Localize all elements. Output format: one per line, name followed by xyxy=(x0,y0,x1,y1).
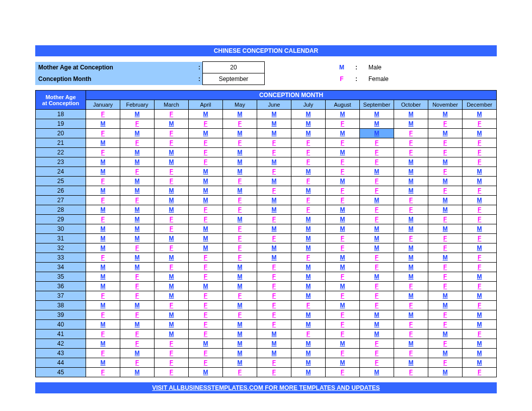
age-header: 18 xyxy=(36,110,86,119)
gender-cell: M xyxy=(155,282,189,291)
gender-cell: M xyxy=(326,148,360,157)
gender-cell: F xyxy=(326,157,360,167)
age-header: 28 xyxy=(36,205,86,215)
gender-cell: F xyxy=(257,215,291,224)
gender-cell: F xyxy=(291,138,326,148)
gender-cell: F xyxy=(394,349,428,358)
gender-cell: M xyxy=(257,110,291,119)
gender-cell: F xyxy=(291,157,326,167)
gender-cell: M xyxy=(326,177,360,186)
gender-cell: M xyxy=(189,224,223,234)
gender-cell: M xyxy=(223,157,257,167)
gender-cell: F xyxy=(428,272,463,282)
table-row: 37FFMFFFMFFMMM xyxy=(36,291,497,301)
table-row: 21MFFFFFFFFFFF xyxy=(36,138,497,148)
legend-f-key: F xyxy=(331,73,352,85)
month-input[interactable]: September xyxy=(203,73,265,85)
gender-cell: F xyxy=(326,138,360,148)
gender-cell: F xyxy=(428,234,463,243)
gender-cell: M xyxy=(86,243,120,253)
title-bar: CHINESE CONCEPTION CALENDAR xyxy=(35,45,497,56)
gender-cell: F xyxy=(463,148,497,157)
age-header: 36 xyxy=(36,282,86,291)
gender-cell: M xyxy=(360,320,394,330)
gender-cell: M xyxy=(120,205,155,215)
gender-cell: M xyxy=(189,339,223,349)
gender-cell: F xyxy=(86,148,120,157)
gender-cell: F xyxy=(463,368,497,377)
gender-cell: M xyxy=(291,310,326,320)
gender-cell: M xyxy=(223,349,257,358)
gender-cell: M xyxy=(463,310,497,320)
gender-cell: M xyxy=(223,330,257,339)
gender-cell: M xyxy=(394,253,428,263)
gender-cell: F xyxy=(291,196,326,205)
gender-cell: F xyxy=(155,224,189,234)
gender-cell: F xyxy=(291,148,326,157)
gender-cell: F xyxy=(189,215,223,224)
gender-cell: M xyxy=(291,167,326,177)
gender-cell: F xyxy=(428,320,463,330)
gender-cell: M xyxy=(394,224,428,234)
gender-cell: M xyxy=(360,119,394,129)
gender-cell: M xyxy=(428,129,463,138)
gender-cell: F xyxy=(257,138,291,148)
gender-cell: F xyxy=(257,234,291,243)
month-label: Conception Month xyxy=(35,73,192,85)
gender-cell: M xyxy=(360,129,394,138)
age-header: 25 xyxy=(36,177,86,186)
gender-cell: M xyxy=(463,224,497,234)
gender-cell: M xyxy=(155,253,189,263)
gender-cell: M xyxy=(326,339,360,349)
gender-cell: M xyxy=(463,272,497,282)
gender-cell: F xyxy=(326,243,360,253)
gender-cell: F xyxy=(463,253,497,263)
gender-cell: F xyxy=(120,358,155,368)
gender-cell: M xyxy=(394,186,428,196)
age-input[interactable]: 20 xyxy=(203,62,265,73)
gender-cell: F xyxy=(189,205,223,215)
gender-cell: M xyxy=(463,349,497,358)
age-header: 44 xyxy=(36,358,86,368)
gender-cell: M xyxy=(86,282,120,291)
gender-cell: F xyxy=(428,339,463,349)
gender-cell: M xyxy=(394,243,428,253)
legend-m-text: Male xyxy=(365,62,497,73)
gender-cell: M xyxy=(463,339,497,349)
month-header: March xyxy=(155,100,189,110)
gender-cell: M xyxy=(120,234,155,243)
table-row: 29FMFFMFMMFMFF xyxy=(36,215,497,224)
gender-cell: M xyxy=(189,282,223,291)
gender-cell: F xyxy=(326,196,360,205)
gender-cell: M xyxy=(291,243,326,253)
corner-l1: Mother Age xyxy=(45,94,75,100)
table-row: 33FMMFFMFMFMMF xyxy=(36,253,497,263)
gender-cell: F xyxy=(257,167,291,177)
gender-cell: M xyxy=(291,368,326,377)
gender-cell: F xyxy=(291,330,326,339)
gender-cell: F xyxy=(257,358,291,368)
gender-cell: M xyxy=(189,234,223,243)
gender-cell: M xyxy=(291,119,326,129)
gender-cell: M xyxy=(360,368,394,377)
gender-cell: F xyxy=(189,253,223,263)
legend-f-colon: : xyxy=(352,73,365,85)
gender-cell: M xyxy=(86,205,120,215)
month-header: November xyxy=(428,100,463,110)
footer-bar[interactable]: VISIT ALLBUSINESSTEMPLATES.COM FOR MORE … xyxy=(35,382,497,393)
gender-cell: M xyxy=(360,234,394,243)
gender-cell: M xyxy=(291,282,326,291)
gender-cell: F xyxy=(86,129,120,138)
gender-cell: F xyxy=(189,272,223,282)
gender-cell: F xyxy=(155,349,189,358)
month-header: May xyxy=(223,100,257,110)
gender-cell: M xyxy=(291,291,326,301)
gender-cell: F xyxy=(394,301,428,310)
month-header: August xyxy=(326,100,360,110)
age-header: 19 xyxy=(36,119,86,129)
month-header: February xyxy=(120,100,155,110)
gender-cell: M xyxy=(120,157,155,167)
gender-cell: F xyxy=(189,119,223,129)
gender-cell: F xyxy=(463,330,497,339)
gender-cell: F xyxy=(223,177,257,186)
